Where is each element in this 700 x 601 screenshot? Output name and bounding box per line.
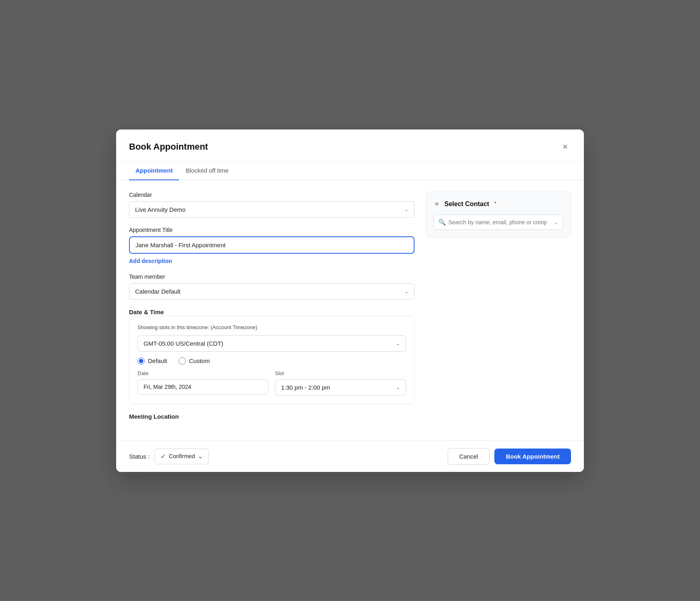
date-time-box: Showing slots in this timezone: (Account… — [129, 316, 415, 404]
status-label: Status : — [129, 453, 150, 460]
search-icon: 🔍 — [438, 219, 446, 226]
date-slot-row: Date Fri, Mar 29th, 2024 Slot 1:30 pm - … — [138, 370, 406, 396]
calendar-select-wrapper: Live Annuity Demo ⌄ — [129, 201, 415, 218]
required-star: * — [494, 200, 496, 208]
tabs-bar: Appointment Blocked off time — [116, 161, 584, 180]
radio-default-option[interactable]: Default — [138, 357, 167, 365]
timezone-label: Showing slots in this timezone: (Account… — [138, 324, 406, 330]
radio-custom-label: Custom — [189, 357, 210, 364]
radio-default-label: Default — [148, 357, 167, 364]
book-appointment-button[interactable]: Book Appointment — [494, 449, 571, 464]
tab-blocked-off-time[interactable]: Blocked off time — [179, 161, 235, 180]
select-contact-card: ⚬ Select Contact * 🔍 ⌄ — [426, 192, 571, 238]
radio-custom-input[interactable] — [179, 357, 186, 365]
radio-default-input[interactable] — [138, 357, 145, 365]
add-description-link[interactable]: Add description — [129, 258, 172, 264]
timezone-select-wrapper: GMT-05:00 US/Central (CDT) ⌄ — [138, 335, 406, 352]
meeting-location-label: Meeting Location — [129, 413, 179, 420]
close-button[interactable]: × — [559, 141, 571, 153]
modal-footer: Status : ✓ Confirmed ⌄ Cancel Book Appoi… — [116, 440, 584, 472]
appointment-title-input[interactable] — [129, 236, 415, 254]
cancel-button[interactable]: Cancel — [448, 448, 490, 465]
radio-group: Default Custom — [138, 357, 406, 365]
modal-overlay[interactable]: Book Appointment × Appointment Blocked o… — [0, 0, 700, 601]
status-select-button[interactable]: ✓ Confirmed ⌄ — [154, 449, 209, 464]
calendar-select[interactable]: Live Annuity Demo — [129, 201, 415, 218]
status-group: Status : ✓ Confirmed ⌄ — [129, 449, 209, 464]
search-chevron-icon: ⌄ — [554, 219, 558, 225]
radio-custom-option[interactable]: Custom — [179, 357, 210, 365]
date-time-label: Date & Time — [129, 309, 164, 315]
footer-actions: Cancel Book Appointment — [448, 448, 571, 465]
contact-search-wrapper: 🔍 ⌄ — [433, 215, 563, 230]
team-member-select-wrapper: Calendar Default ⌄ — [129, 283, 415, 300]
slot-field: Slot 1:30 pm - 2:00 pm ⌄ — [275, 370, 406, 396]
appointment-title-label: Appointment Title — [129, 227, 415, 233]
appointment-title-section: Appointment Title Add description — [129, 227, 415, 265]
person-icon: ⚬ — [433, 199, 440, 209]
modal-title: Book Appointment — [129, 142, 208, 152]
date-display[interactable]: Fri, Mar 29th, 2024 — [138, 379, 269, 394]
team-member-label: Team member — [129, 273, 415, 280]
modal-header: Book Appointment × — [116, 129, 584, 161]
contact-header: ⚬ Select Contact * — [433, 199, 563, 209]
timezone-select[interactable]: GMT-05:00 US/Central (CDT) — [138, 335, 406, 352]
date-field: Date Fri, Mar 29th, 2024 — [138, 370, 269, 396]
book-appointment-modal: Book Appointment × Appointment Blocked o… — [116, 129, 584, 472]
status-chevron-icon: ⌄ — [198, 453, 203, 459]
date-sub-label: Date — [138, 370, 269, 376]
contact-search-input[interactable] — [433, 215, 563, 230]
status-value: Confirmed — [169, 453, 195, 459]
status-check-icon: ✓ — [160, 453, 166, 460]
modal-body: Calendar Live Annuity Demo ⌄ Appointment… — [116, 180, 584, 440]
calendar-label: Calendar — [129, 192, 415, 198]
contact-title: Select Contact — [444, 200, 489, 208]
tab-appointment[interactable]: Appointment — [129, 161, 179, 180]
slot-sub-label: Slot — [275, 370, 406, 376]
slot-select[interactable]: 1:30 pm - 2:00 pm — [275, 379, 406, 396]
left-panel: Calendar Live Annuity Demo ⌄ Appointment… — [129, 192, 415, 429]
calendar-section: Calendar Live Annuity Demo ⌄ — [129, 192, 415, 218]
meeting-location-section: Meeting Location — [129, 413, 415, 420]
date-time-section: Date & Time Showing slots in this timezo… — [129, 309, 415, 404]
slot-select-wrapper: 1:30 pm - 2:00 pm ⌄ — [275, 379, 406, 396]
team-member-section: Team member Calendar Default ⌄ — [129, 273, 415, 300]
team-member-select[interactable]: Calendar Default — [129, 283, 415, 300]
right-panel: ⚬ Select Contact * 🔍 ⌄ — [426, 192, 571, 429]
